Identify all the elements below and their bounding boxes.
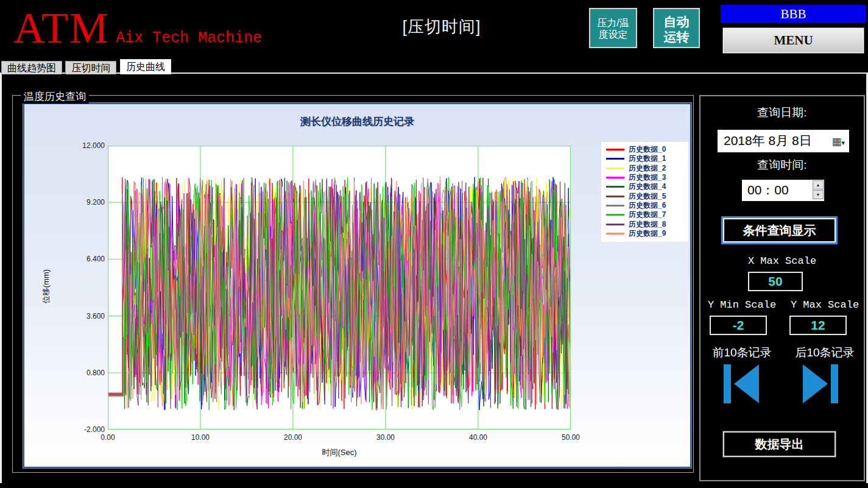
conditional-query-button[interactable]: 条件查询显示 bbox=[723, 218, 836, 242]
button-label-line: 压力/温 bbox=[590, 17, 636, 29]
legend-line-swatch bbox=[606, 186, 624, 188]
legend-item: 历史数据_3 bbox=[606, 173, 685, 182]
x-tick-label: 10.00 bbox=[184, 433, 217, 442]
legend-line-swatch bbox=[606, 149, 624, 150]
app-logo-subtitle: Aix Tech Machine bbox=[116, 29, 262, 47]
tab-strip: 曲线趋势图 压切时间 历史曲线 bbox=[1, 59, 172, 74]
legend-item: 历史数据_5 bbox=[606, 191, 685, 200]
legend-series-label: 历史数据_9 bbox=[629, 228, 666, 239]
query-sidebar: 查询日期: 2018年 8月 8日 ▦▾ 查询时间: 00：00 ▲ ▼ 条件查… bbox=[699, 95, 865, 481]
legend-line-swatch bbox=[606, 196, 624, 197]
chevron-down-icon[interactable]: ▾ bbox=[841, 139, 845, 146]
y-tick-label: -2.000 bbox=[74, 425, 105, 434]
skip-forward-icon bbox=[803, 364, 828, 403]
x-tick-label: 30.00 bbox=[369, 433, 402, 442]
legend-line-swatch bbox=[606, 158, 624, 160]
date-picker-value: 2018年 8月 8日 bbox=[724, 133, 812, 147]
legend-line-swatch bbox=[606, 233, 624, 235]
legend-line-swatch bbox=[606, 177, 624, 179]
legend-line-swatch bbox=[606, 205, 624, 207]
skip-back-icon bbox=[734, 364, 759, 403]
menu-button[interactable]: MENU bbox=[722, 27, 864, 54]
chart-panel: 测长仪位移曲线历史记录 12.0009.2006.4003.6000.800-2… bbox=[23, 103, 691, 468]
y-max-scale-label: Y Max Scale bbox=[783, 299, 866, 311]
app-logo: ATM bbox=[13, 0, 110, 56]
y-tick-label: 0.800 bbox=[74, 369, 105, 377]
legend-item: 历史数据_1 bbox=[606, 154, 685, 163]
status-banner: BBB bbox=[721, 5, 866, 23]
y-axis-title: 位移(mm) bbox=[41, 269, 52, 303]
plot-svg bbox=[108, 146, 571, 430]
y-min-scale-input[interactable]: -2 bbox=[710, 316, 767, 335]
time-picker-value: 00：00 bbox=[747, 183, 789, 197]
skip-forward-icon bbox=[831, 364, 838, 403]
tab-history-curve[interactable]: 历史曲线 bbox=[120, 59, 171, 74]
pressure-temp-settings-button[interactable]: 压力/温 度设定 bbox=[589, 8, 637, 48]
x-max-scale-input[interactable]: 50 bbox=[748, 272, 803, 291]
x-tick-label: 20.00 bbox=[277, 433, 309, 442]
y-max-scale-input[interactable]: 12 bbox=[789, 316, 847, 335]
chart-legend: 历史数据_0历史数据_1历史数据_2历史数据_3历史数据_4历史数据_5历史数据… bbox=[601, 142, 688, 242]
date-picker[interactable]: 2018年 8月 8日 ▦▾ bbox=[718, 130, 849, 152]
auto-run-button[interactable]: 自动 运转 bbox=[653, 8, 700, 48]
y-tick-label: 3.600 bbox=[74, 312, 105, 320]
calendar-icon[interactable]: ▦ bbox=[831, 136, 841, 147]
chart-title: 测长仪位移曲线历史记录 bbox=[24, 115, 690, 129]
time-spinner: ▲ ▼ bbox=[813, 180, 824, 199]
next-records-button[interactable] bbox=[803, 364, 839, 403]
data-export-button[interactable]: 数据导出 bbox=[723, 431, 836, 457]
plot-area bbox=[108, 146, 571, 430]
y-tick-label: 6.400 bbox=[74, 255, 105, 263]
app-window: ATM Aix Tech Machine [压切时间] 压力/温 度设定 自动 … bbox=[0, 0, 868, 488]
time-picker[interactable]: 00：00 ▲ ▼ bbox=[742, 180, 824, 201]
groupbox-title: 温度历史查询 bbox=[21, 90, 89, 104]
x-tick-label: 40.00 bbox=[462, 433, 495, 442]
prev-records-button[interactable] bbox=[724, 364, 760, 403]
button-label-line: 自动 bbox=[654, 14, 699, 29]
prev-records-label: 前10条记录 bbox=[700, 345, 783, 361]
legend-line-swatch bbox=[606, 214, 624, 216]
button-label-line: 度设定 bbox=[590, 29, 636, 40]
tab-press-cut-time[interactable]: 压切时间 bbox=[65, 61, 116, 74]
legend-item: 历史数据_8 bbox=[606, 219, 685, 228]
x-tick-label: 0.00 bbox=[91, 433, 124, 442]
tab-curve-trend[interactable]: 曲线趋势图 bbox=[1, 61, 62, 74]
query-time-label: 查询时间: bbox=[700, 157, 864, 173]
skip-back-icon bbox=[724, 364, 731, 403]
spin-up-button[interactable]: ▲ bbox=[813, 180, 824, 189]
y-min-scale-label: Y Min Scale bbox=[700, 299, 783, 311]
tab-page-left-border bbox=[0, 74, 2, 483]
next-records-label: 后10条记录 bbox=[783, 345, 866, 361]
legend-item: 历史数据_4 bbox=[606, 182, 685, 191]
legend-item: 历史数据_6 bbox=[606, 201, 685, 210]
legend-item: 历史数据_7 bbox=[606, 210, 685, 219]
y-tick-label: 9.200 bbox=[74, 198, 105, 207]
y-tick-label: 12.000 bbox=[74, 141, 105, 150]
legend-item: 历史数据_0 bbox=[606, 145, 685, 154]
spin-down-button[interactable]: ▼ bbox=[813, 190, 824, 199]
legend-item: 历史数据_9 bbox=[606, 229, 685, 238]
legend-line-swatch bbox=[606, 224, 624, 225]
page-title: [压切时间] bbox=[338, 16, 545, 38]
legend-line-swatch bbox=[606, 168, 624, 169]
button-label-line: 运转 bbox=[654, 29, 699, 44]
x-axis-title: 时间(Sec) bbox=[108, 447, 571, 458]
date-picker-icons[interactable]: ▦▾ bbox=[831, 130, 845, 152]
x-tick-label: 50.00 bbox=[554, 433, 587, 442]
x-max-scale-label: X Max Scale bbox=[700, 255, 864, 267]
query-date-label: 查询日期: bbox=[700, 105, 864, 121]
legend-item: 历史数据_2 bbox=[606, 164, 685, 173]
